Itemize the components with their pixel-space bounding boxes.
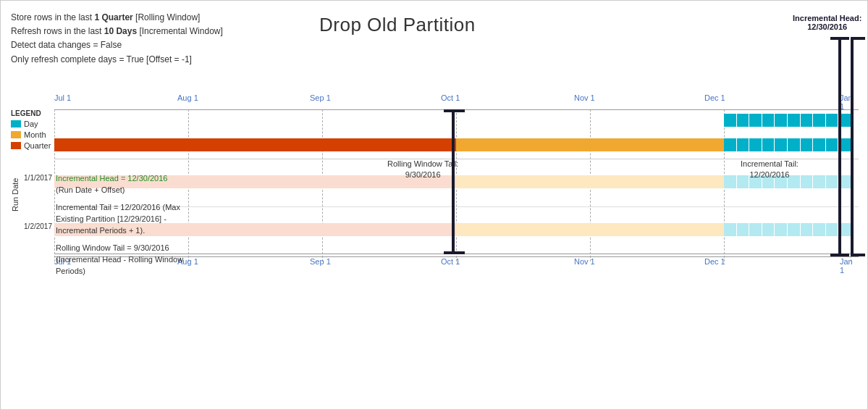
x-label-jan1: Jan 1	[840, 93, 859, 111]
rolling-tail-title: Rolling Window Tail:	[387, 159, 458, 168]
legend: LEGEND Day Month Quarter	[11, 109, 54, 150]
annotation-inc-tail-eq: Incremental Tail = 12/20/2016 (Max Exist…	[56, 202, 338, 237]
x-axis-top: Jul 1 Aug 1 Sep 1 Oct 1 Nov 1 Dec 1 Jan …	[54, 93, 859, 109]
legend-color-day	[11, 120, 21, 127]
row-main	[54, 110, 859, 159]
legend-title: LEGEND	[11, 109, 54, 117]
x-label-nov1: Nov 1	[574, 93, 595, 102]
oct-bracket-bar	[452, 109, 455, 254]
inc-tail-title: Incremental Tail:	[741, 159, 799, 168]
oct-bracket-bot-r	[455, 251, 465, 254]
inc-head-bot-left	[830, 254, 849, 256]
inc-tail-label: Incremental Tail: 12/20/2016	[741, 159, 799, 181]
info-line4: Only refresh complete days = True [Offse…	[11, 53, 223, 67]
legend-item-quarter: Quarter	[11, 141, 54, 150]
page-title: Drop Old Partition	[319, 14, 476, 36]
inc-head-top-left	[830, 37, 849, 40]
x-bot-label-dec1: Dec 1	[704, 257, 725, 266]
inc-head-label: Incremental Head: 12/30/2016	[793, 14, 861, 31]
row-label-1-1-2017: 1/1/2017	[12, 174, 52, 182]
inc-tail-value: 12/20/2016	[749, 170, 789, 179]
left-annotations: Incremental Head = 12/30/2016 (Run Date …	[56, 173, 338, 277]
bar-day-light-2b	[724, 223, 851, 236]
inc-head-bot-right	[851, 254, 865, 256]
legend-label-quarter: Quarter	[24, 141, 51, 150]
info-block: Store rows in the last 1 Quarter [Rollin…	[11, 11, 223, 67]
x-label-sep1: Sep 1	[310, 93, 331, 102]
inc-head-left-bar	[838, 37, 841, 256]
inc-head-value: 12/30/2016	[807, 22, 847, 31]
y-axis-label: Run Date	[11, 159, 22, 231]
x-label-oct1: Oct 1	[441, 93, 460, 102]
inc-head-top-right	[851, 37, 865, 40]
oct-bracket-bot-l	[444, 251, 455, 254]
x-bot-label-jan1: Jan 1	[840, 257, 859, 275]
annotation-inc-head-eq-text: Incremental Head = 12/30/2016	[56, 174, 167, 183]
annotation-inc-head-eq-sub: (Run Date + Offset)	[56, 185, 125, 194]
chart: Run Date LEGEND Day Month Quarter	[11, 93, 859, 389]
legend-label-month: Month	[24, 130, 46, 139]
x-label-aug1: Aug 1	[177, 93, 198, 102]
info-line1: Store rows in the last 1 Quarter [Rollin…	[11, 11, 223, 25]
info-line2: Refresh rows in the last 10 Days [Increm…	[11, 25, 223, 38]
oct-bracket-top-l	[444, 109, 455, 112]
legend-color-quarter	[11, 142, 21, 149]
info-line3: Detect data changes = False	[11, 38, 223, 52]
x-label-jul1: Jul 1	[54, 93, 71, 102]
annotation-rolling-tail-eq: Rolling Window Tail = 9/30/2016 (Increme…	[56, 243, 338, 277]
row-label-1-2-2017: 1/2/2017	[12, 222, 52, 230]
bar-quarter	[54, 138, 456, 151]
inc-head-right-bar	[851, 37, 854, 256]
x-bot-label-nov1: Nov 1	[574, 257, 595, 266]
legend-item-day: Day	[11, 120, 54, 128]
rolling-tail-value: 9/30/2016	[405, 170, 441, 179]
annotation-inc-head-eq: Incremental Head = 12/30/2016 (Run Date …	[56, 173, 338, 196]
legend-color-month	[11, 131, 21, 138]
oct-bracket-top-r	[455, 109, 465, 112]
inc-head-title: Incremental Head:	[793, 14, 861, 22]
rolling-tail-label: Rolling Window Tail: 9/30/2016	[387, 159, 458, 181]
x-label-dec1: Dec 1	[704, 93, 725, 102]
legend-item-month: Month	[11, 130, 54, 139]
x-bot-label-oct1: Oct 1	[441, 257, 460, 266]
bar-day-row1-bot	[724, 138, 851, 151]
bar-month-light-2b	[456, 223, 724, 236]
bar-month	[456, 138, 724, 151]
bar-month-light-2a	[456, 175, 724, 188]
bar-day-row1-top	[724, 114, 851, 127]
legend-label-day: Day	[24, 120, 38, 128]
